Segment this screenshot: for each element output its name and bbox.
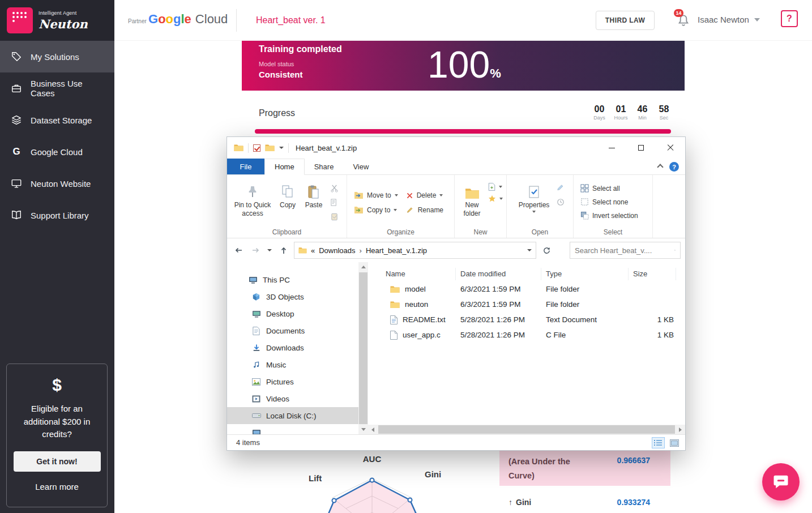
rename-button[interactable]: Rename	[406, 206, 443, 214]
details-view-button[interactable]	[652, 437, 665, 448]
scrollbar-thumb[interactable]	[359, 272, 367, 424]
nav-item-local-disk-c[interactable]: Local Disk (C:)	[227, 407, 358, 424]
nav-item-downloads[interactable]: Downloads	[227, 339, 358, 356]
forward-button[interactable]	[249, 243, 262, 257]
address-dropdown-icon[interactable]	[527, 249, 532, 251]
chevron-down-icon	[499, 186, 502, 188]
tab-file[interactable]: File	[227, 159, 264, 174]
tree-scrollbar[interactable]	[358, 262, 368, 434]
item-count: 4 items	[236, 438, 260, 447]
delete-button[interactable]: Delete	[406, 191, 443, 199]
qat-dropdown-icon[interactable]	[279, 147, 284, 149]
scroll-right-icon[interactable]	[676, 425, 685, 434]
sidebar-item-support-library[interactable]: Support Library	[0, 199, 114, 231]
refresh-button[interactable]	[540, 243, 553, 257]
scroll-down-icon[interactable]	[358, 425, 368, 434]
tab-home[interactable]: Home	[264, 159, 305, 175]
google-letter: o	[158, 12, 165, 27]
search-input[interactable]	[575, 246, 674, 255]
paste-button[interactable]: Paste	[301, 178, 327, 228]
back-button[interactable]	[232, 243, 245, 257]
google-letter: g	[173, 12, 181, 27]
file-name: model	[405, 285, 426, 293]
explorer-help-button[interactable]: ?	[669, 162, 679, 172]
nav-item-pictures[interactable]: Pictures	[227, 373, 358, 390]
chevron-down-icon	[267, 249, 272, 251]
metric-gini-row: ↑ Gini 0.933274	[499, 486, 670, 513]
horizontal-scrollbar[interactable]	[368, 425, 685, 434]
select-none-button[interactable]: Select none	[580, 198, 638, 206]
breadcrumb-downloads[interactable]: Downloads	[319, 246, 355, 255]
help-button[interactable]: ?	[781, 10, 798, 27]
nav-item-3d-objects[interactable]: 3D Objects	[227, 288, 358, 305]
tab-share[interactable]: Share	[305, 159, 344, 174]
sidebar-item-business-use-cases[interactable]: Business Use Cases	[0, 72, 114, 104]
file-row-model[interactable]: model 6/3/2021 1:59 PM File folder	[368, 281, 685, 297]
brand-logo[interactable]: Intelligent Agent Neuton	[0, 0, 114, 41]
minimize-button[interactable]	[597, 137, 626, 159]
scroll-left-icon[interactable]	[368, 425, 378, 434]
column-headers: Name Date modified Type Size	[368, 267, 685, 281]
nav-item-partial[interactable]	[227, 424, 358, 434]
get-it-now-button[interactable]: Get it now!	[14, 451, 101, 472]
recent-locations-button[interactable]	[266, 243, 273, 257]
sidebar-item-google-cloud[interactable]: G Google Cloud	[0, 136, 114, 168]
copy-to-button[interactable]: Copy to	[354, 206, 398, 214]
easy-access-button[interactable]	[488, 195, 503, 202]
column-name[interactable]: Name	[386, 268, 456, 280]
paste-shortcut-icon[interactable]	[329, 211, 339, 221]
partner-label: Partner	[128, 18, 147, 24]
properties-button[interactable]: Properties	[515, 178, 553, 228]
sidebar-item-dataset-storage[interactable]: Dataset Storage	[0, 104, 114, 136]
maximize-button[interactable]	[626, 137, 656, 159]
thumbnail-view-button[interactable]	[668, 437, 681, 448]
pin-to-quick-access-button[interactable]: Pin to Quick access	[230, 178, 275, 228]
new-folder-button[interactable]: New folder	[458, 178, 486, 228]
user-menu[interactable]: Isaac Newton	[698, 15, 760, 24]
select-all-icon	[580, 184, 589, 193]
cut-icon[interactable]	[329, 183, 339, 193]
third-law-button[interactable]: THIRD LAW	[596, 11, 655, 30]
copy-button[interactable]: Copy	[275, 178, 301, 228]
sidebar-item-label: Google Cloud	[31, 147, 83, 157]
tab-view[interactable]: View	[343, 159, 378, 174]
file-row-user-app[interactable]: user_app.c 5/28/2021 1:26 PM C File 1 KB	[368, 327, 685, 343]
up-button[interactable]	[277, 243, 290, 257]
nav-item-documents[interactable]: Documents	[227, 322, 358, 339]
nav-item-videos[interactable]: Videos	[227, 390, 358, 407]
column-date-modified[interactable]: Date modified	[456, 268, 541, 280]
file-row-neuton[interactable]: neuton 6/3/2021 1:59 PM File folder	[368, 297, 685, 312]
notifications-button[interactable]: 14	[677, 14, 691, 27]
qat-folder-icon[interactable]	[265, 144, 275, 152]
column-type[interactable]: Type	[541, 268, 629, 280]
close-button[interactable]	[656, 137, 685, 159]
select-all-button[interactable]: Select all	[580, 184, 638, 193]
search-icon[interactable]	[674, 246, 676, 254]
history-icon[interactable]	[555, 197, 566, 207]
chevron-down-icon	[499, 198, 503, 200]
sidebar-item-neuton-website[interactable]: Neuton Website	[0, 168, 114, 199]
new-item-button[interactable]	[488, 183, 503, 191]
edit-icon[interactable]	[555, 183, 566, 193]
nav-item-music[interactable]: Music	[227, 356, 358, 373]
sidebar-item-my-solutions[interactable]: My Solutions	[0, 41, 114, 72]
learn-more-link[interactable]: Learn more	[35, 482, 79, 491]
file-row-readme[interactable]: README.txt 5/28/2021 1:26 PM Text Docume…	[368, 312, 685, 327]
breadcrumb-current[interactable]: Heart_beat_v.1.zip	[366, 246, 427, 255]
qat-checkbox-icon[interactable]	[253, 144, 260, 152]
chat-widget-button[interactable]	[762, 463, 800, 501]
gini-label: ↑ Gini	[508, 498, 531, 507]
nav-item-this-pc[interactable]: This PC	[227, 271, 358, 288]
scroll-up-icon[interactable]	[358, 262, 368, 272]
scrollbar-thumb[interactable]	[378, 425, 675, 434]
collapsed-path-icon[interactable]: «	[311, 246, 315, 255]
invert-selection-button[interactable]: Invert selection	[580, 211, 638, 220]
address-box[interactable]: « Downloads › Heart_beat_v.1.zip	[294, 242, 536, 259]
column-size[interactable]: Size	[629, 268, 676, 280]
copy-path-icon[interactable]	[329, 197, 339, 207]
move-to-button[interactable]: Move to	[354, 191, 398, 199]
explorer-titlebar[interactable]: Heart_beat_v.1.zip	[227, 137, 685, 159]
nav-item-desktop[interactable]: Desktop	[227, 305, 358, 322]
easy-access-icon	[488, 195, 496, 202]
collapse-ribbon-icon[interactable]	[657, 164, 663, 170]
